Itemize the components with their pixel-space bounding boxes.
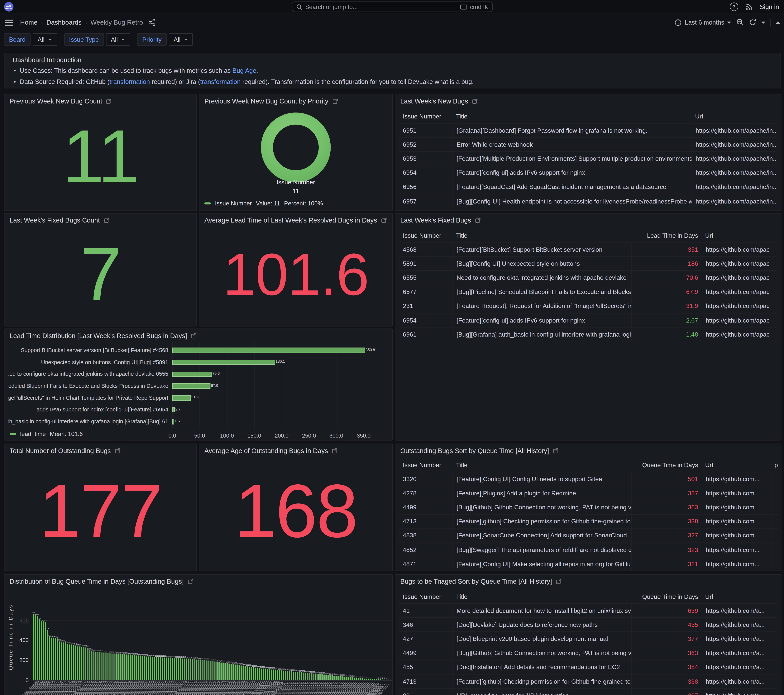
url-cell[interactable]: https://github.com/a... — [702, 632, 777, 646]
external-link-icon[interactable] — [104, 217, 109, 223]
external-link-icon[interactable] — [475, 217, 481, 223]
column-header[interactable]: Queue Time in Days — [631, 590, 702, 603]
url-cell[interactable]: https://github.com/a... — [702, 688, 777, 695]
news-rss-icon[interactable] — [745, 3, 753, 11]
bar — [301, 672, 303, 680]
bar-value-label: 24 — [355, 675, 357, 677]
bar-value-label: 1.5 — [175, 419, 180, 423]
bar-value-label: 50 — [329, 673, 331, 675]
url-cell[interactable]: https://github.com... — [702, 486, 771, 500]
column-header[interactable]: Issue Number — [399, 109, 453, 123]
table-cell: [Bug][Github] Github Connection not work… — [453, 646, 631, 660]
url-cell[interactable]: https://github.com/apac — [702, 242, 777, 256]
stat-value: 7 — [5, 236, 196, 311]
url-cell[interactable]: https://github.com/a... — [702, 646, 777, 660]
external-link-icon[interactable] — [115, 448, 120, 454]
column-header[interactable]: Issue Number — [399, 458, 453, 472]
devlake-logo[interactable] — [4, 2, 14, 12]
table-cell: 6954 — [399, 165, 453, 180]
url-cell[interactable]: https://github.com/apache/in... — [692, 137, 777, 152]
filter-label[interactable]: Board — [4, 33, 31, 46]
column-header[interactable]: Url — [702, 458, 771, 472]
refresh-icon[interactable] — [749, 19, 756, 26]
column-header[interactable]: Issue Number — [399, 590, 453, 603]
menu-icon[interactable] — [5, 20, 13, 25]
url-cell[interactable]: https://github.com/apache/in... — [692, 180, 777, 194]
column-header[interactable]: p — [771, 458, 778, 472]
external-link-icon[interactable] — [188, 579, 193, 584]
column-header[interactable]: Lead Time in Days — [631, 229, 702, 242]
external-link-icon[interactable] — [106, 99, 112, 104]
external-link-icon[interactable] — [472, 99, 478, 104]
column-header[interactable]: Url — [702, 229, 777, 242]
url-cell[interactable]: https://github.com... — [702, 500, 771, 514]
zoom-out-icon[interactable] — [736, 19, 744, 26]
time-range-picker[interactable]: Last 6 months — [675, 19, 731, 26]
url-cell[interactable]: https://github.com/a... — [702, 618, 777, 632]
bar — [33, 614, 34, 680]
filter-value-dropdown[interactable]: All — [106, 33, 130, 46]
external-link-icon[interactable] — [556, 579, 562, 584]
column-header[interactable]: Issue Number — [399, 229, 453, 242]
table-cell: 4568 — [399, 242, 453, 256]
bar — [243, 665, 244, 680]
help-icon[interactable]: ? — [730, 3, 738, 11]
column-header[interactable]: Title — [453, 109, 692, 123]
url-cell[interactable]: https://github.com... — [702, 557, 771, 571]
external-link-icon[interactable] — [332, 99, 338, 104]
url-cell[interactable]: https://github.com/a... — [702, 603, 777, 618]
url-cell[interactable]: https://github.com/a... — [702, 660, 777, 674]
url-cell[interactable]: https://github.com/apache/in... — [692, 123, 777, 137]
url-cell[interactable]: https://github.com/apac — [702, 327, 777, 341]
url-cell[interactable]: https://github.com/apac — [702, 285, 777, 299]
url-cell[interactable]: https://github.com/a... — [702, 674, 777, 688]
external-link-icon[interactable] — [332, 448, 338, 454]
filter-value-dropdown[interactable]: All — [168, 33, 193, 46]
refresh-interval-caret[interactable] — [761, 21, 765, 23]
breadcrumb-item[interactable]: Home — [20, 19, 38, 26]
intro-link[interactable]: transformation — [200, 78, 241, 86]
filter-value-dropdown[interactable]: All — [33, 33, 57, 46]
column-header[interactable]: Url — [702, 590, 777, 603]
url-cell[interactable]: https://github.com... — [702, 472, 771, 486]
bar — [321, 674, 323, 680]
url-cell[interactable]: https://github.com/apac — [702, 299, 777, 313]
share-icon[interactable] — [148, 19, 155, 26]
bar — [235, 664, 236, 680]
intro-link[interactable]: Bug Age — [232, 68, 257, 74]
column-header[interactable]: Title — [453, 590, 631, 603]
external-link-icon[interactable] — [191, 333, 197, 339]
url-cell[interactable]: https://github.com/apache/in... — [692, 194, 777, 208]
x-tick-label: 300.0 — [329, 432, 343, 438]
url-cell[interactable]: https://github.com/apac — [702, 313, 777, 327]
donut-legend[interactable]: Issue Number Value: 11 Percent: 100% — [204, 200, 323, 207]
bar — [315, 674, 317, 680]
lead-chart-legend[interactable]: lead_time Mean: 101.6 — [10, 430, 83, 438]
filter-label[interactable]: Issue Type — [64, 33, 104, 46]
url-cell[interactable]: https://github.com/apache/in... — [692, 165, 777, 180]
url-cell[interactable]: https://github.com... — [702, 514, 771, 529]
column-header[interactable]: Title — [453, 229, 631, 242]
external-link-icon[interactable] — [553, 448, 558, 454]
url-cell[interactable]: https://github.com... — [702, 542, 771, 557]
external-link-icon[interactable] — [381, 217, 387, 223]
category-label: #5891 [Bug][Config UI] Unexpected style … — [8, 359, 172, 365]
url-cell[interactable]: https://github.com/apac — [702, 256, 777, 270]
collapse-header-icon[interactable] — [776, 21, 780, 24]
bar-value-label: 585 — [44, 619, 47, 621]
sign-in-button[interactable]: Sign in — [760, 3, 779, 10]
panel-title: Average Lead Time of Last Week's Resolve… — [204, 217, 387, 224]
url-cell[interactable]: https://github.com/apache/in... — [692, 151, 777, 165]
column-header[interactable]: Queue Time in Days — [631, 458, 702, 472]
column-header[interactable]: Url — [692, 109, 777, 123]
table-cell: [Feature][Multiple Production Environmen… — [453, 151, 692, 165]
filter-label[interactable]: Priority — [137, 33, 166, 46]
bar — [172, 658, 173, 680]
column-header[interactable]: Title — [453, 458, 631, 472]
bar-value-label: 84 — [295, 669, 297, 671]
search-input[interactable]: Search or jump to... cmd+k — [292, 2, 492, 12]
intro-link[interactable]: transformation — [109, 78, 150, 86]
url-cell[interactable]: https://github.com/apac — [702, 270, 777, 285]
url-cell[interactable]: https://github.com... — [702, 529, 771, 543]
breadcrumb-item[interactable]: Dashboards — [46, 19, 82, 26]
